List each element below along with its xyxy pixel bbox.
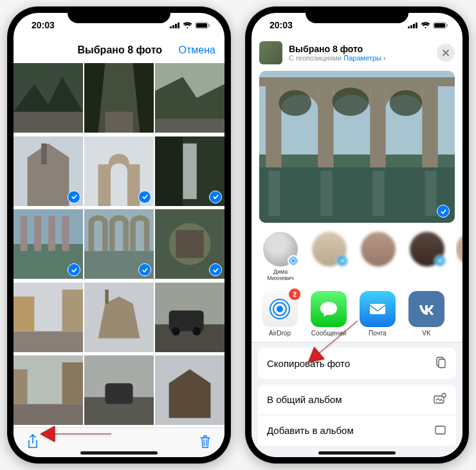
photo-cell[interactable]: [155, 283, 224, 352]
svg-rect-2: [175, 24, 177, 28]
telegram-badge-icon: [336, 255, 348, 267]
photo-cell[interactable]: [84, 283, 154, 352]
svg-rect-6: [209, 24, 210, 26]
svg-rect-57: [318, 84, 333, 167]
contact-item[interactable]: [407, 232, 447, 282]
svg-rect-75: [370, 304, 385, 314]
contact-item[interactable]: [358, 232, 398, 282]
photo-cell[interactable]: [155, 136, 224, 206]
cancel-button[interactable]: Отмена: [179, 44, 215, 56]
share-button[interactable]: [26, 434, 39, 452]
wifi-icon: [421, 22, 430, 29]
photo-cell[interactable]: [155, 209, 224, 279]
action-shared-album[interactable]: В общий альбом: [258, 384, 456, 415]
shared-album-icon: [433, 393, 447, 406]
check-icon: [437, 205, 450, 218]
svg-rect-28: [176, 230, 203, 258]
action-label: Добавить в альбом: [267, 425, 354, 436]
share-actions-list: Скопировать фото В общий альбом Добавить…: [252, 342, 462, 457]
photo-preview[interactable]: [259, 71, 455, 223]
contact-item[interactable]: [309, 232, 349, 282]
svg-rect-30: [14, 331, 83, 352]
trash-button[interactable]: [199, 435, 212, 451]
app-label: AirDrop: [261, 330, 299, 337]
status-time: 20:03: [32, 20, 55, 30]
action-copy-photo[interactable]: Скопировать фото: [258, 348, 456, 379]
check-icon: [68, 191, 80, 203]
svg-rect-48: [410, 25, 412, 28]
photo-cell[interactable]: [14, 136, 83, 206]
app-airdrop[interactable]: 2 AirDrop: [261, 291, 299, 337]
photo-cell[interactable]: [155, 63, 224, 133]
share-thumbnail: [259, 41, 282, 64]
svg-rect-22: [48, 216, 55, 251]
photo-grid[interactable]: [14, 63, 224, 428]
telegram-badge-icon: [434, 255, 446, 267]
wifi-icon: [183, 22, 192, 29]
svg-rect-58: [370, 84, 385, 167]
status-indicators: [408, 22, 448, 29]
avatar: [410, 232, 444, 267]
svg-rect-60: [259, 77, 455, 86]
airdrop-contacts-row[interactable]: Дима Михневич: [252, 225, 462, 286]
svg-rect-52: [434, 23, 445, 28]
svg-rect-45: [105, 384, 133, 404]
close-button[interactable]: [437, 44, 455, 62]
battery-icon: [195, 22, 210, 29]
airdrop-badge-icon: [288, 255, 299, 267]
photo-cell[interactable]: [84, 136, 154, 206]
photo-cell[interactable]: [14, 209, 83, 279]
svg-rect-49: [413, 24, 415, 28]
svg-rect-67: [372, 171, 384, 216]
contact-item[interactable]: Дима Михневич: [261, 232, 300, 282]
tutorial-arrow-left: [41, 421, 111, 449]
share-subtitle: С геопозициями Параметры ›: [289, 54, 430, 62]
vk-icon: [408, 291, 444, 327]
nav-title: Выбрано 8 фото: [61, 44, 179, 56]
share-header: Выбрано 8 фото С геопозициями Параметры …: [252, 37, 462, 68]
phone-right: 20:03 Выбрано 8 фото С геопозициями Пара…: [245, 6, 469, 464]
photo-cell[interactable]: [14, 355, 83, 425]
photo-cell[interactable]: [14, 63, 83, 133]
notch: [68, 6, 170, 23]
svg-rect-21: [34, 216, 41, 251]
svg-point-37: [172, 327, 180, 335]
share-title: Выбрано 8 фото: [289, 44, 430, 54]
svg-point-62: [332, 88, 369, 116]
avatar: [456, 232, 462, 267]
app-vk[interactable]: VK: [407, 291, 446, 337]
photo-cell[interactable]: [84, 355, 154, 425]
mail-icon: [360, 291, 396, 327]
svg-rect-47: [408, 26, 410, 28]
svg-rect-14: [41, 143, 47, 164]
svg-point-38: [192, 327, 201, 335]
airdrop-icon: 2: [262, 291, 298, 327]
svg-rect-23: [62, 216, 69, 251]
contact-item[interactable]: [456, 232, 462, 282]
svg-point-79: [442, 393, 446, 397]
photo-cell[interactable]: [155, 355, 224, 425]
svg-rect-42: [62, 362, 83, 404]
svg-rect-50: [416, 23, 417, 28]
photo-cell[interactable]: [14, 283, 83, 352]
copy-icon: [434, 356, 447, 371]
photo-cell[interactable]: [84, 209, 154, 279]
nav-bar: Выбрано 8 фото Отмена: [14, 37, 224, 63]
svg-point-61: [279, 90, 311, 116]
options-link[interactable]: Параметры ›: [343, 54, 385, 62]
action-add-to-album[interactable]: Добавить в альбом: [258, 415, 456, 446]
svg-rect-66: [320, 171, 332, 216]
svg-rect-80: [435, 426, 445, 434]
photo-cell[interactable]: [84, 63, 154, 133]
svg-rect-41: [14, 370, 28, 404]
svg-rect-56: [266, 84, 281, 167]
status-indicators: [170, 22, 210, 29]
svg-rect-3: [178, 23, 179, 28]
home-indicator[interactable]: [318, 451, 396, 455]
svg-rect-20: [21, 216, 28, 251]
check-icon: [209, 191, 222, 203]
svg-rect-10: [105, 112, 133, 133]
home-indicator[interactable]: [80, 451, 158, 455]
share-subtitle-text: С геопозициями: [289, 54, 342, 62]
add-album-icon: [434, 424, 447, 437]
